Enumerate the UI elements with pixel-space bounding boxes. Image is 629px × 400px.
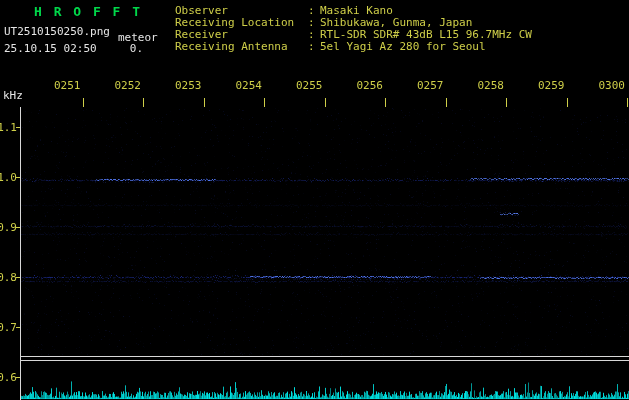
time-tick-label: 0258: [474, 79, 504, 92]
time-tick-label: 0255: [293, 79, 323, 92]
time-tick-mark: [325, 98, 326, 107]
strip-separator-line-top: [20, 356, 629, 357]
meta-row-antenna: Receiving Antenna : 5el Yagi Az 280 for …: [175, 41, 532, 53]
freq-axis-unit: kHz: [3, 89, 23, 102]
strip-separator-line-bottom: [20, 360, 629, 361]
hrofft-screen: H R O F F T UT2510150250.png meteor 25.1…: [0, 0, 629, 400]
freq-tick-label: 1.1: [0, 121, 17, 134]
time-tick-mark: [264, 98, 265, 107]
freq-tick-label: 0.9: [0, 221, 17, 234]
spectrogram-canvas: [0, 0, 629, 400]
time-tick-mark: [567, 98, 568, 107]
output-filename: UT2510150250.png: [4, 25, 110, 38]
meta-value: 5el Yagi Az 280 for Seoul: [320, 41, 486, 53]
freq-tick-label: 0.6: [0, 371, 17, 384]
freq-tick-label: 0.7: [0, 321, 17, 334]
metadata-table: Observer : Masaki Kano Receiving Locatio…: [175, 5, 532, 53]
time-tick-mark: [385, 98, 386, 107]
time-tick-mark: [83, 98, 84, 107]
meta-label: Receiving Antenna: [175, 41, 308, 53]
time-tick-mark: [506, 98, 507, 107]
freq-tick-label: 0.8: [0, 271, 17, 284]
time-tick-mark: [446, 98, 447, 107]
time-tick-label: 0259: [535, 79, 565, 92]
time-tick-mark: [204, 98, 205, 107]
meta-colon: :: [308, 41, 320, 53]
time-tick-label: 0252: [111, 79, 141, 92]
timestamp: 25.10.15 02:50 0.: [4, 42, 143, 55]
freq-tick-label: 1.0: [0, 171, 17, 184]
time-tick-mark: [143, 98, 144, 107]
time-tick-mark: [627, 98, 628, 107]
time-tick-label: 0251: [51, 79, 81, 92]
time-tick-label: 0257: [414, 79, 444, 92]
time-tick-label: 0254: [232, 79, 262, 92]
app-title: H R O F F T: [34, 4, 142, 19]
time-tick-label: 0253: [172, 79, 202, 92]
time-tick-label: 0300: [595, 79, 625, 92]
time-tick-label: 0256: [353, 79, 383, 92]
